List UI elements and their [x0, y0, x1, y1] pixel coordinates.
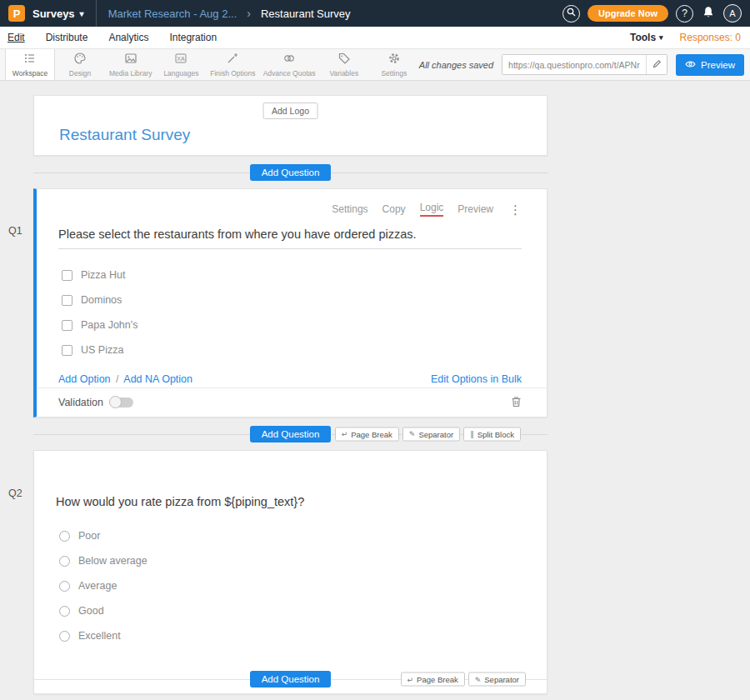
survey-header-card: Add Logo Restaurant Survey — [33, 95, 548, 156]
topbar-divider — [96, 0, 97, 27]
breadcrumb: Market Research - Aug 2... › Restaurant … — [108, 7, 351, 20]
checkbox-icon[interactable] — [62, 320, 72, 331]
question-logic-link[interactable]: Logic — [420, 202, 444, 217]
option-label[interactable]: Below average — [78, 555, 148, 567]
toolbar-item-variables[interactable]: Variables — [319, 49, 369, 80]
radio-icon[interactable] — [59, 556, 70, 567]
avatar[interactable]: A — [723, 4, 742, 22]
separator-button[interactable]: ✎ Separator — [468, 672, 526, 687]
toolbar-item-languages[interactable]: XA Languages — [156, 49, 206, 80]
option-label[interactable]: Excellent — [78, 630, 121, 642]
toolbar-item-settings[interactable]: Settings — [369, 49, 419, 80]
survey-url-input[interactable] — [502, 55, 646, 74]
option-row: Average — [59, 573, 547, 598]
option-label[interactable]: Papa John's — [81, 319, 138, 331]
radio-icon[interactable] — [59, 531, 70, 542]
upgrade-now-button[interactable]: Upgrade Now — [588, 5, 668, 22]
pencil-icon — [652, 58, 662, 71]
question-preview-link[interactable]: Preview — [458, 203, 493, 215]
checkbox-icon[interactable] — [62, 270, 72, 281]
add-logo-button[interactable]: Add Logo — [262, 102, 318, 119]
eye-icon — [685, 60, 696, 70]
chain-link-icon — [282, 52, 296, 68]
tab-analytics[interactable]: Analytics — [108, 32, 148, 43]
add-question-button[interactable]: Add Question — [250, 426, 332, 442]
option-row: Poor — [59, 523, 547, 548]
breadcrumb-parent[interactable]: Market Research - Aug 2... — [108, 8, 238, 20]
toolbar-item-media-library[interactable]: Media Library — [105, 49, 156, 80]
split-block-button[interactable]: ∥ Split Block — [463, 427, 521, 441]
checkbox-icon[interactable] — [62, 345, 72, 356]
toolbar-item-label: Finish Options — [210, 69, 255, 78]
option-label[interactable]: Average — [78, 580, 117, 592]
question-settings-link[interactable]: Settings — [332, 203, 368, 215]
notifications-button[interactable] — [701, 6, 716, 21]
save-status: All changes saved — [419, 60, 493, 70]
toolbar-item-workspace[interactable]: Workspace — [5, 49, 55, 80]
tab-distribute[interactable]: Distribute — [46, 32, 88, 43]
preview-button[interactable]: Preview — [676, 54, 744, 76]
toolbar-item-label: Advance Quotas — [263, 69, 316, 78]
edit-url-button[interactable] — [646, 55, 667, 74]
option-label[interactable]: US Pizza — [81, 344, 123, 356]
radio-icon[interactable] — [59, 631, 70, 642]
tools-menu[interactable]: Tools ▾ — [630, 32, 663, 43]
search-button[interactable] — [562, 5, 580, 22]
editor-toolbar: Workspace Design Media Library XA Langua… — [0, 48, 750, 81]
page-break-button[interactable]: ↵ Page Break — [335, 427, 399, 441]
tag-icon — [338, 52, 351, 68]
survey-title[interactable]: Restaurant Survey — [59, 126, 190, 144]
q2-options: Poor Below average Average Good — [34, 523, 547, 648]
separator-icon: ✎ — [409, 430, 416, 438]
help-button[interactable]: ? — [676, 5, 693, 22]
responses-count[interactable]: Responses: 0 — [680, 32, 741, 43]
edit-options-in-bulk-link[interactable]: Edit Options in Bulk — [431, 373, 522, 385]
surveys-label: Surveys — [32, 8, 75, 20]
tab-integration[interactable]: Integration — [169, 32, 217, 43]
breadcrumb-current: Restaurant Survey — [261, 8, 351, 20]
svg-text:XA: XA — [178, 56, 186, 62]
delete-question-button[interactable] — [511, 396, 522, 410]
question-text-q1[interactable]: Please select the restaurants from where… — [58, 228, 522, 249]
questionpro-logo[interactable]: P — [8, 5, 25, 22]
links-separator: / — [116, 373, 118, 385]
bell-icon — [702, 6, 714, 21]
question-text-q2[interactable]: How would you rate pizza from ${piping_t… — [56, 495, 522, 508]
toolbar-item-finish-options[interactable]: Finish Options — [206, 49, 259, 80]
separator-label: Separator — [484, 675, 519, 684]
option-label[interactable]: Dominos — [81, 294, 122, 306]
add-question-button[interactable]: Add Question — [250, 164, 332, 181]
add-question-button[interactable]: Add Question — [250, 671, 332, 688]
radio-icon[interactable] — [59, 581, 70, 592]
radio-icon[interactable] — [59, 606, 70, 617]
option-label[interactable]: Good — [78, 605, 104, 617]
option-label[interactable]: Pizza Hut — [81, 269, 126, 281]
separator-button[interactable]: ✎ Separator — [402, 427, 460, 441]
add-option-link[interactable]: Add Option — [58, 373, 111, 385]
add-question-row-2: Add Question ↵ Page Break ✎ Separator ∥ … — [33, 418, 548, 450]
add-na-option-link[interactable]: Add NA Option — [123, 373, 192, 385]
media-library-icon — [124, 52, 138, 68]
toolbar-item-label: Variables — [329, 69, 358, 78]
toolbar-item-design[interactable]: Design — [55, 49, 105, 80]
breadcrumb-chevron-icon: › — [247, 7, 251, 20]
surveys-menu[interactable]: Surveys ▾ — [32, 8, 84, 20]
validation-toggle[interactable] — [111, 398, 133, 408]
toolbar-item-label: Media Library — [109, 69, 152, 78]
option-links: Add Option / Add NA Option — [58, 373, 192, 385]
q2-question-wrap: How would you rate pizza from ${piping_t… — [34, 451, 547, 508]
tab-edit[interactable]: Edit — [8, 32, 25, 43]
toolbar-item-advance-quotas[interactable]: Advance Quotas — [259, 49, 318, 80]
kebab-menu-icon[interactable]: ⋮ — [509, 203, 522, 216]
page-break-button[interactable]: ↵ Page Break — [401, 672, 465, 687]
add-question-row-3: Add Question ↵ Page Break ✎ Separator — [34, 670, 547, 688]
toolbar-item-label: Design — [69, 69, 91, 78]
tools-label: Tools — [630, 32, 656, 43]
checkbox-icon[interactable] — [62, 295, 72, 306]
option-row: Papa John's — [62, 312, 547, 338]
preview-label: Preview — [701, 60, 735, 70]
option-label[interactable]: Poor — [78, 530, 100, 542]
nav-tabs-bar: Edit Distribute Analytics Integration To… — [0, 27, 750, 48]
question-copy-link[interactable]: Copy — [382, 203, 406, 215]
toolbar-right: All changes saved Preview — [419, 49, 750, 80]
